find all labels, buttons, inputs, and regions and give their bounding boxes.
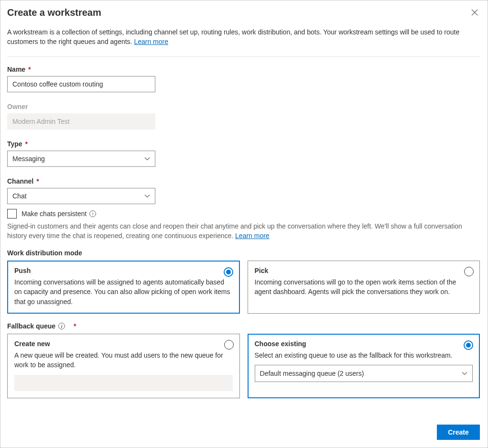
fallback-queue-select[interactable]: Default messaging queue (2 users) xyxy=(255,365,473,382)
required-marker: * xyxy=(25,140,28,148)
type-select[interactable]: Messaging xyxy=(7,151,155,167)
pick-radio[interactable] xyxy=(464,267,474,276)
required-marker: * xyxy=(36,177,39,185)
fallback-queue-label: Fallback queue i * xyxy=(7,322,480,330)
name-label: Name * xyxy=(7,66,480,73)
pick-title: Pick xyxy=(255,267,473,274)
pick-desc: Incoming conversations will go to the op… xyxy=(255,277,473,297)
required-marker: * xyxy=(28,66,31,73)
close-button[interactable] xyxy=(469,7,480,19)
fallback-queue-options: Create new A new queue will be created. … xyxy=(7,334,480,398)
divider xyxy=(7,56,480,57)
dialog-description: A workstream is a collection of settings… xyxy=(7,27,480,47)
owner-input xyxy=(7,113,155,130)
field-owner: Owner xyxy=(7,103,480,130)
type-label: Type * xyxy=(7,140,480,148)
learn-more-link[interactable]: Learn more xyxy=(134,38,168,45)
create-new-desc: A new queue will be created. You must ad… xyxy=(14,350,233,370)
create-button[interactable]: Create xyxy=(437,425,480,440)
create-new-title: Create new xyxy=(14,340,233,348)
field-channel: Channel * Chat xyxy=(7,177,480,204)
chevron-down-icon xyxy=(144,193,150,199)
field-type: Type * Messaging xyxy=(7,140,480,167)
description-text: A workstream is a collection of settings… xyxy=(7,28,459,45)
channel-label: Channel * xyxy=(7,177,480,185)
persistent-learn-more-link[interactable]: Learn more xyxy=(235,232,270,240)
create-new-radio[interactable] xyxy=(224,340,234,350)
channel-select[interactable]: Chat xyxy=(7,188,155,204)
info-icon[interactable]: i xyxy=(58,323,65,329)
push-desc: Incoming conversations will be assigned … xyxy=(14,277,233,306)
pick-option[interactable]: Pick Incoming conversations will go to t… xyxy=(248,261,480,314)
choose-existing-radio[interactable] xyxy=(464,340,473,350)
field-name: Name * xyxy=(7,66,480,92)
work-distribution-label: Work distribution mode xyxy=(7,249,480,257)
close-icon xyxy=(471,10,478,17)
persistent-checkbox[interactable] xyxy=(7,209,17,219)
push-title: Push xyxy=(14,267,233,274)
dialog-header: Create a workstream xyxy=(7,7,480,19)
push-option[interactable]: Push Incoming conversations will be assi… xyxy=(7,261,240,314)
fallback-queue-value: Default messaging queue (2 users) xyxy=(260,370,364,377)
persistent-label: Make chats persistent i xyxy=(22,210,96,218)
chevron-down-icon xyxy=(144,156,150,162)
persistent-chats-row: Make chats persistent i xyxy=(7,209,480,219)
owner-label: Owner xyxy=(7,103,480,110)
create-new-option[interactable]: Create new A new queue will be created. … xyxy=(7,334,240,398)
name-input[interactable] xyxy=(7,76,155,92)
choose-existing-title: Choose existing xyxy=(255,340,473,348)
create-new-name-input-disabled xyxy=(14,375,233,391)
work-distribution-options: Push Incoming conversations will be assi… xyxy=(7,261,480,314)
push-radio[interactable] xyxy=(224,267,233,277)
dialog-footer: Create xyxy=(7,417,480,440)
chevron-down-icon xyxy=(462,371,467,376)
form: Name * Owner Type * Messaging Channel * … xyxy=(7,66,480,417)
persistent-helper-text: Signed-in customers and their agents can… xyxy=(7,222,462,240)
choose-existing-option[interactable]: Choose existing Select an existing queue… xyxy=(248,334,480,398)
create-workstream-dialog: Create a workstream A workstream is a co… xyxy=(0,0,488,448)
persistent-helper: Signed-in customers and their agents can… xyxy=(7,221,480,241)
required-marker: * xyxy=(74,322,76,330)
channel-value: Chat xyxy=(12,192,27,200)
type-value: Messaging xyxy=(12,155,45,163)
dialog-title: Create a workstream xyxy=(7,7,469,18)
info-icon[interactable]: i xyxy=(89,210,96,217)
choose-existing-desc: Select an existing queue to use as the f… xyxy=(255,350,473,360)
